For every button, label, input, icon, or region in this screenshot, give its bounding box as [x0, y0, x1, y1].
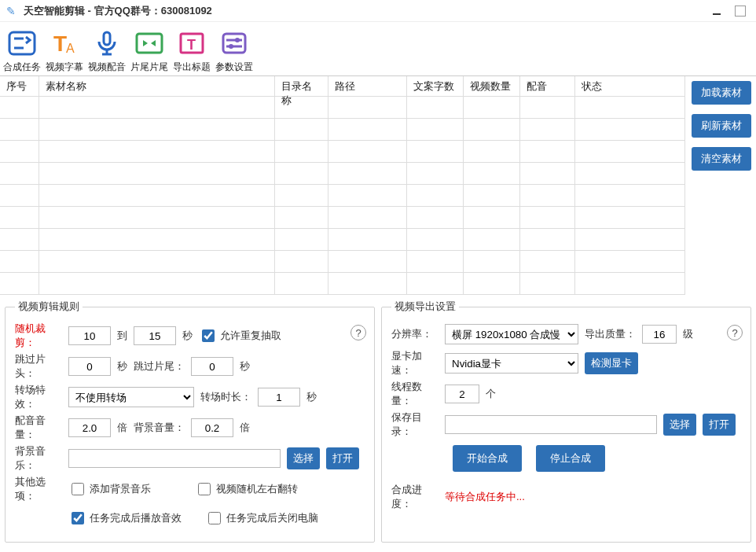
grid-header-words[interactable]: 文案字数: [407, 76, 464, 97]
title-icon: T: [173, 27, 211, 60]
random-cut-from-input[interactable]: [68, 326, 111, 345]
other-opts-label: 其他选项：: [15, 475, 62, 503]
threads-input[interactable]: [445, 385, 479, 403]
edit-rules-panel: 视频剪辑规则 ? 随机裁剪： 到 秒 允许重复抽取 跳过片头： 秒 跳过片尾： …: [5, 300, 375, 543]
bg-vol-input[interactable]: [191, 418, 233, 437]
random-cut-to-input[interactable]: [134, 326, 176, 345]
clear-material-button[interactable]: 清空素材: [692, 147, 751, 171]
dub-vol-label: 配音音量：: [15, 414, 62, 442]
material-grid[interactable]: 序号 素材名称 目录名称 路径 文案字数 视频数量 配音 状态: [0, 76, 685, 295]
resolution-select[interactable]: 横屏 1920x1080 合成慢: [445, 324, 578, 344]
toolbar-subtitle-button[interactable]: TA 视频字幕: [44, 25, 85, 74]
progress-status: 等待合成任务中...: [445, 490, 525, 504]
random-cut-label: 随机裁剪：: [15, 322, 62, 350]
titlebar: ✎ 天空智能剪辑 - 官方QQ群号：630081092: [0, 0, 756, 22]
grid-header-status[interactable]: 状态: [575, 76, 685, 97]
transition-fx-select[interactable]: 不使用转场: [68, 387, 194, 407]
table-row[interactable]: [0, 229, 685, 251]
svg-rect-14: [223, 34, 245, 53]
grid-header-dub[interactable]: 配音: [520, 76, 575, 97]
grid-header-count[interactable]: 视频数量: [464, 76, 520, 97]
maximize-button[interactable]: [731, 3, 750, 19]
toolbar-dub-button[interactable]: 视频配音: [86, 25, 127, 74]
transition-fx-label: 转场特效：: [15, 383, 62, 411]
toolbar-compose-button[interactable]: 合成任务: [2, 25, 42, 74]
settings-icon: [215, 27, 253, 60]
transition-dur-input[interactable]: [258, 388, 300, 407]
progress-label: 合成进度：: [391, 483, 439, 511]
skip-head-input[interactable]: [68, 357, 111, 376]
svg-rect-6: [104, 32, 110, 45]
skip-tail-label: 跳过片尾：: [134, 359, 185, 374]
bg-music-label: 背景音乐：: [15, 444, 62, 473]
bg-music-open-button[interactable]: 打开: [326, 447, 359, 469]
play-sound-done-checkbox[interactable]: 任务完成后播放音效: [68, 510, 182, 527]
bg-music-choose-button[interactable]: 选择: [287, 447, 320, 469]
grid-header-index[interactable]: 序号: [0, 76, 39, 97]
quality-input[interactable]: [642, 325, 677, 344]
bg-music-input[interactable]: [68, 449, 281, 468]
allow-repeat-checkbox[interactable]: 允许重复抽取: [199, 327, 281, 344]
window-title: 天空智能剪辑 - 官方QQ群号：630081092: [24, 4, 212, 18]
svg-text:T: T: [187, 37, 196, 53]
compose-icon: [3, 27, 41, 60]
gpu-select[interactable]: Nvidia显卡: [445, 353, 578, 374]
svg-text:A: A: [66, 42, 75, 55]
minimize-button[interactable]: [707, 3, 726, 19]
dub-vol-input[interactable]: [68, 418, 111, 437]
svg-text:T: T: [53, 31, 67, 56]
toolbar-clip-button[interactable]: 片尾片尾: [129, 25, 170, 74]
help-icon[interactable]: ?: [350, 325, 366, 340]
start-compose-button[interactable]: 开始合成: [453, 445, 522, 472]
export-settings-panel: 视频导出设置 ? 分辨率： 横屏 1920x1080 合成慢 导出质量： 级 显…: [381, 300, 751, 543]
table-row[interactable]: [0, 185, 685, 207]
svg-rect-1: [9, 32, 35, 54]
save-dir-input[interactable]: [445, 415, 657, 434]
svg-rect-9: [137, 34, 162, 53]
table-row[interactable]: [0, 141, 685, 163]
grid-header-path[interactable]: 路径: [328, 76, 407, 97]
save-dir-open-button[interactable]: 打开: [703, 414, 736, 436]
threads-label: 线程数量：: [391, 380, 439, 408]
svg-point-16: [235, 38, 240, 42]
grid-header-name[interactable]: 素材名称: [39, 76, 275, 97]
stop-compose-button[interactable]: 停止合成: [536, 445, 605, 472]
svg-marker-10: [143, 40, 148, 46]
refresh-material-button[interactable]: 刷新素材: [692, 114, 751, 138]
app-logo-icon: ✎: [6, 5, 19, 17]
clip-icon: [130, 27, 168, 60]
toolbar-title-button[interactable]: T 导出标题: [171, 25, 212, 74]
transition-dur-label: 转场时长：: [200, 390, 251, 404]
table-row[interactable]: [0, 273, 685, 295]
resolution-label: 分辨率：: [391, 327, 439, 341]
export-legend: 视频导出设置: [391, 300, 459, 314]
table-row[interactable]: [0, 119, 685, 141]
table-row[interactable]: [0, 207, 685, 229]
table-row[interactable]: [0, 163, 685, 185]
skip-head-label: 跳过片头：: [15, 352, 62, 381]
help-icon[interactable]: ?: [727, 325, 743, 340]
skip-tail-input[interactable]: [191, 357, 233, 376]
random-flip-checkbox[interactable]: 视频随机左右翻转: [195, 480, 298, 498]
main-toolbar: 合成任务 TA 视频字幕 视频配音 片尾片尾 T 导出标题 参数设置: [0, 22, 756, 75]
mic-icon: [88, 27, 126, 60]
detect-gpu-button[interactable]: 检测显卡: [585, 352, 638, 374]
save-dir-label: 保存目录：: [391, 410, 439, 439]
toolbar-param-button[interactable]: 参数设置: [214, 25, 255, 74]
gpu-label: 显卡加速：: [391, 349, 439, 377]
load-material-button[interactable]: 加载素材: [692, 81, 751, 105]
subtitle-icon: TA: [46, 27, 83, 60]
quality-label: 导出质量：: [585, 327, 636, 341]
table-row[interactable]: [0, 97, 685, 119]
svg-point-18: [229, 44, 233, 49]
bg-vol-label: 背景音量：: [134, 421, 185, 435]
add-bgm-checkbox[interactable]: 添加背景音乐: [68, 480, 151, 498]
save-dir-choose-button[interactable]: 选择: [663, 414, 696, 436]
edit-rules-legend: 视频剪辑规则: [15, 300, 83, 314]
shutdown-done-checkbox[interactable]: 任务完成后关闭电脑: [205, 510, 318, 527]
svg-marker-11: [151, 40, 156, 46]
grid-header-dir[interactable]: 目录名称: [275, 76, 328, 97]
table-row[interactable]: [0, 251, 685, 273]
